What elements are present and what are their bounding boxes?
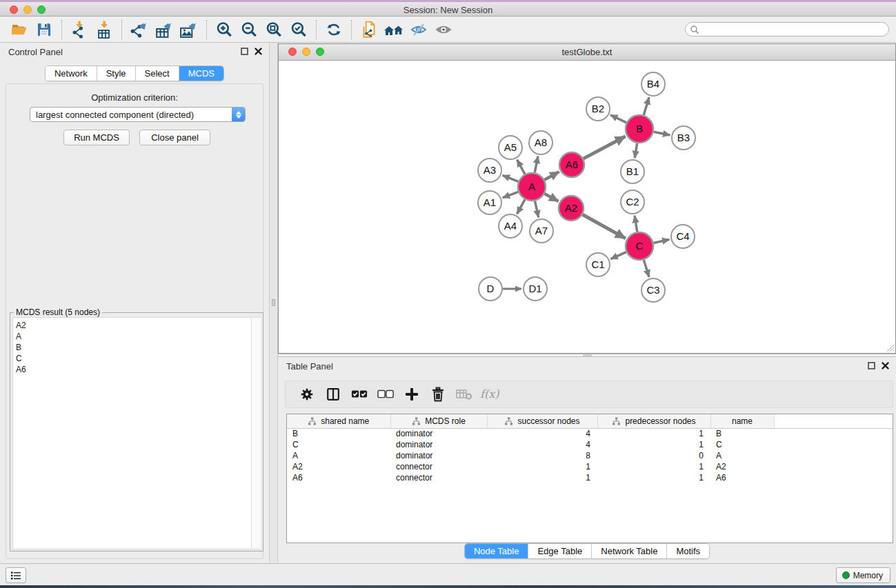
cell-mcds_role[interactable]: dominator: [390, 439, 487, 450]
graph-node-B1[interactable]: B1: [621, 160, 644, 183]
graph-node-A1[interactable]: A1: [478, 191, 501, 214]
graph-node-B[interactable]: B: [626, 115, 653, 143]
select-all-icon[interactable]: [346, 383, 372, 405]
graph-edge-A-A1[interactable]: [503, 192, 519, 198]
graph-node-A2[interactable]: A2: [559, 196, 584, 221]
graph-node-A7[interactable]: A7: [530, 219, 553, 243]
table-row[interactable]: A2connector11A2: [287, 461, 893, 472]
memory-button[interactable]: Memory: [836, 567, 890, 583]
column-header-shared-name[interactable]: shared name: [287, 414, 390, 428]
cell-successor_nodes[interactable]: 4: [487, 439, 597, 450]
zoom-in-icon[interactable]: [212, 19, 237, 41]
float-panel-icon[interactable]: [241, 48, 248, 55]
cell-shared_name[interactable]: B: [287, 428, 390, 439]
network-window-titlebar[interactable]: testGlobe.txt: [279, 44, 895, 61]
graph-node-D1[interactable]: D1: [524, 277, 547, 301]
task-history-button[interactable]: [6, 567, 26, 583]
graph-edge-B-B3[interactable]: [654, 132, 670, 135]
graph-edge-C-C1[interactable]: [610, 252, 626, 259]
graph-edge-A2-C[interactable]: [583, 214, 626, 239]
table-row[interactable]: Cdominator41C: [287, 439, 893, 450]
network-canvas[interactable]: AA1A3A5A8A4A7A6A2BB2B4B3B1CC2C4C1C3DD1: [279, 61, 895, 353]
cell-successor_nodes[interactable]: 1: [487, 472, 597, 483]
cell-empty[interactable]: [774, 472, 893, 483]
resize-grip-icon[interactable]: [885, 343, 895, 352]
delete-row-icon[interactable]: [425, 383, 451, 405]
cell-empty[interactable]: [774, 461, 893, 472]
cell-shared_name[interactable]: A2: [287, 461, 390, 472]
cell-shared_name[interactable]: C: [287, 439, 390, 450]
cell-predecessor_nodes[interactable]: 1: [597, 428, 710, 439]
export-table-icon[interactable]: [152, 19, 177, 41]
criterion-select[interactable]: largest connected component (directed): [30, 107, 246, 122]
graph-node-A5[interactable]: A5: [499, 136, 522, 159]
graph-edge-C-C3[interactable]: [644, 260, 649, 277]
graph-edge-A-A8[interactable]: [535, 156, 538, 173]
tab-style[interactable]: Style: [97, 66, 136, 81]
graph-node-C1[interactable]: C1: [586, 253, 610, 276]
zoom-fit-icon[interactable]: [261, 19, 286, 41]
cell-empty[interactable]: [774, 439, 893, 450]
import-network-icon[interactable]: [67, 19, 92, 41]
graph-edge-A-A5[interactable]: [517, 160, 525, 174]
export-image-icon[interactable]: [177, 19, 201, 41]
clone-network-icon[interactable]: [357, 19, 381, 41]
mcds-result-list[interactable]: A2ABCA6: [12, 317, 252, 549]
cell-mcds_role[interactable]: connector: [390, 472, 487, 483]
graph-edge-A-A4[interactable]: [517, 199, 525, 214]
graph-edge-A-A2[interactable]: [544, 194, 558, 201]
column-header-successor-nodes[interactable]: successor nodes: [487, 414, 597, 428]
column-header-name[interactable]: name: [710, 414, 774, 428]
graph-node-B3[interactable]: B3: [672, 126, 695, 150]
column-header-predecessor-nodes[interactable]: predecessor nodes: [597, 414, 710, 428]
cell-name[interactable]: A: [710, 450, 774, 461]
cell-successor_nodes[interactable]: 1: [487, 461, 597, 472]
table-row[interactable]: Bdominator41B: [287, 428, 893, 439]
result-list-item[interactable]: A6: [16, 364, 252, 375]
tab-motifs[interactable]: Motifs: [667, 544, 709, 558]
zoom-selected-icon[interactable]: [286, 19, 311, 41]
graph-edge-A-A3[interactable]: [503, 175, 519, 181]
graph-edge-A6-B[interactable]: [584, 136, 626, 159]
cell-name[interactable]: B: [710, 428, 774, 439]
graph-node-A[interactable]: A: [518, 173, 546, 201]
graph-node-C2[interactable]: C2: [621, 190, 644, 214]
deselect-all-icon[interactable]: [372, 383, 399, 405]
toolbar-search[interactable]: [685, 22, 889, 37]
close-panel-icon[interactable]: [255, 48, 262, 55]
cell-predecessor_nodes[interactable]: 1: [597, 439, 710, 450]
search-input[interactable]: [699, 25, 872, 34]
refresh-icon[interactable]: [321, 19, 346, 41]
graph-edge-B-B2[interactable]: [610, 115, 626, 123]
cell-predecessor_nodes[interactable]: 0: [597, 450, 710, 461]
cell-predecessor_nodes[interactable]: 1: [597, 461, 710, 472]
cell-empty[interactable]: [774, 450, 893, 461]
save-icon[interactable]: [32, 19, 57, 41]
result-list-item[interactable]: A: [16, 331, 252, 342]
columns-icon[interactable]: [320, 383, 346, 405]
graph-node-C3[interactable]: C3: [641, 278, 665, 302]
close-panel-button[interactable]: Close panel: [139, 130, 210, 145]
graph-node-D[interactable]: D: [479, 277, 502, 301]
cell-shared_name[interactable]: A6: [287, 472, 390, 483]
graph-edge-B-B4[interactable]: [644, 97, 649, 115]
home-icon[interactable]: [381, 19, 406, 41]
cell-name[interactable]: C: [710, 439, 774, 450]
table-row[interactable]: A6connector11A6: [287, 472, 893, 483]
tab-edge-table[interactable]: Edge Table: [528, 544, 592, 558]
cell-name[interactable]: A2: [710, 461, 774, 472]
cell-successor_nodes[interactable]: 8: [487, 450, 597, 461]
cell-name[interactable]: A6: [710, 472, 774, 483]
vertical-splitter[interactable]: [269, 43, 278, 563]
result-list-item[interactable]: B: [16, 342, 252, 353]
add-row-icon[interactable]: [399, 383, 425, 405]
cell-predecessor_nodes[interactable]: 1: [597, 472, 710, 483]
zoom-out-icon[interactable]: [237, 19, 261, 41]
table-row[interactable]: Adominator80A: [287, 450, 893, 461]
graph-node-A3[interactable]: A3: [478, 159, 501, 182]
graph-edge-C-C4[interactable]: [653, 239, 669, 243]
cell-successor_nodes[interactable]: 4: [487, 428, 597, 439]
hide-annotations-icon[interactable]: [406, 19, 431, 41]
tab-select[interactable]: Select: [136, 66, 179, 81]
graph-node-B2[interactable]: B2: [586, 97, 610, 121]
